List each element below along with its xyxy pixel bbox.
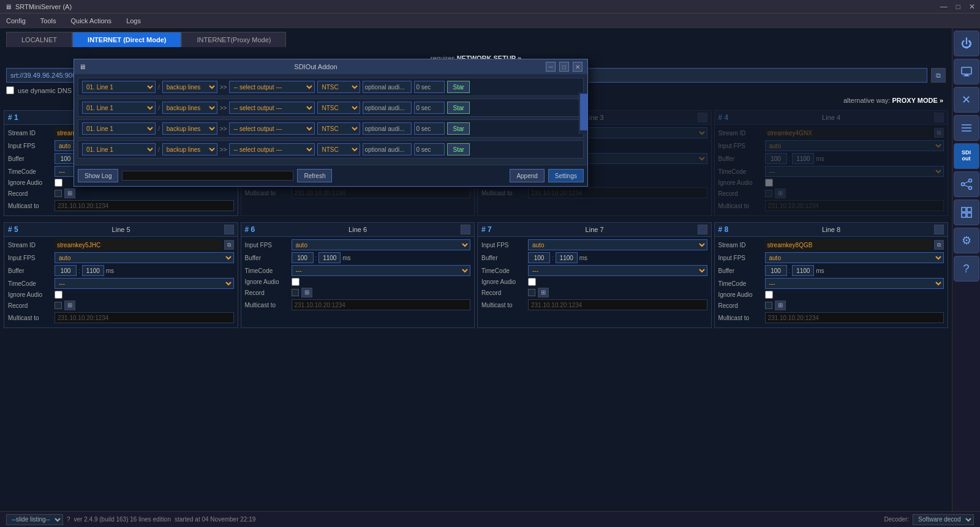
input-fps-8[interactable]: auto (765, 252, 944, 263)
sdi-output-select-1[interactable]: -- select output --- (229, 81, 315, 93)
ignore-audio-check-1[interactable] (55, 179, 62, 187)
minimize-button[interactable]: — (940, 2, 948, 11)
menu-config[interactable]: Config (4, 16, 28, 26)
refresh-button[interactable]: Refresh (297, 169, 332, 182)
sdi-backup-select-4[interactable]: backup lines (162, 143, 217, 155)
record-folder-4[interactable]: ⊞ (775, 189, 786, 198)
dialog-scroll-thumb[interactable] (580, 94, 587, 130)
dialog-maximize[interactable]: □ (559, 62, 569, 72)
list-button[interactable] (954, 115, 979, 141)
append-button[interactable]: Append (510, 169, 544, 182)
sdi-start-btn-1[interactable]: Star (447, 81, 469, 93)
multicast-4[interactable] (765, 200, 944, 211)
cross-button[interactable]: ✕ (954, 87, 979, 113)
multicast-input-1[interactable] (55, 200, 234, 211)
copy-stream-id-5[interactable]: ⧉ (224, 240, 234, 250)
help-button[interactable]: ? (954, 256, 979, 282)
record-folder-1[interactable]: ⊞ (64, 189, 75, 198)
multicast-8[interactable] (765, 312, 944, 323)
menu-quick-actions[interactable]: Quick Actions (68, 16, 114, 26)
multicast-6[interactable] (292, 299, 471, 310)
sdi-time-input-2[interactable] (414, 102, 445, 114)
copy-url-button[interactable]: ⧉ (931, 68, 946, 83)
sdi-backup-select-3[interactable]: backup lines (162, 122, 217, 135)
stream-id-5[interactable] (55, 239, 222, 250)
line-toggle-8[interactable] (934, 225, 944, 234)
sdi-output-select-3[interactable]: -- select output --- (229, 122, 315, 135)
slide-listing-select[interactable]: --slide listing-- (6, 514, 63, 525)
sdi-format-select-1[interactable]: NTSC (317, 81, 360, 93)
settings-button[interactable]: Settings (548, 169, 584, 182)
sdi-line-select-4[interactable]: 01. Line 1 (82, 143, 156, 155)
record-folder-6[interactable]: ⊞ (301, 288, 312, 297)
menu-tools[interactable]: Tools (38, 16, 59, 26)
slide-help-icon[interactable]: ? (67, 516, 70, 523)
buffer1-5[interactable] (55, 265, 77, 276)
sdi-start-btn-3[interactable]: Star (447, 122, 469, 135)
input-fps-6[interactable]: auto (292, 239, 471, 250)
multicast-2[interactable] (292, 187, 471, 198)
sdi-time-input-3[interactable] (414, 122, 445, 135)
multicast-3[interactable] (528, 187, 707, 198)
input-fps-4[interactable]: auto (765, 140, 944, 151)
record-check-4[interactable] (765, 190, 772, 197)
sdi-format-select-3[interactable]: NTSC (317, 122, 360, 135)
multicast-7[interactable] (528, 299, 707, 310)
multicast-5[interactable] (55, 312, 234, 323)
sdi-line-select-3[interactable]: 01. Line 1 (82, 122, 156, 135)
input-fps-5[interactable]: auto (55, 252, 234, 263)
tab-internet-proxy[interactable]: INTERNET(Proxy Mode) (181, 32, 286, 47)
record-check-1[interactable] (55, 190, 62, 197)
timecode-6[interactable]: --- (292, 265, 471, 276)
line-toggle-6[interactable] (461, 225, 470, 234)
timecode-5[interactable]: --- (55, 278, 234, 289)
sdi-audio-input-2[interactable] (363, 102, 412, 114)
dialog-titlebar[interactable]: 🖥 SDIOut Addon ─ □ ✕ (74, 59, 587, 74)
record-check-7[interactable] (528, 289, 535, 296)
sdi-backup-select-1[interactable]: backup lines (162, 81, 217, 93)
copy-stream-id-4[interactable]: ⧉ (934, 128, 944, 138)
sdi-output-select-2[interactable]: -- select output --- (229, 102, 315, 114)
stream-id-4[interactable] (765, 127, 932, 138)
dialog-close[interactable]: ✕ (573, 62, 582, 72)
record-folder-7[interactable]: ⊞ (538, 288, 549, 297)
ignore-audio-6[interactable] (292, 278, 300, 286)
sdi-start-btn-2[interactable]: Star (447, 102, 469, 114)
timecode-4[interactable]: --- (765, 166, 944, 177)
dynamic-dns-checkbox[interactable] (6, 86, 14, 94)
share-button[interactable] (954, 171, 979, 197)
tab-internet-direct[interactable]: INTERNET (Direct Mode) (72, 32, 181, 47)
sdi-audio-input-4[interactable] (363, 143, 412, 155)
line-toggle-4[interactable] (934, 113, 944, 122)
line-toggle-7[interactable] (698, 225, 707, 234)
sdi-backup-select-2[interactable]: backup lines (162, 102, 217, 114)
ignore-audio-5[interactable] (55, 291, 62, 299)
buffer2-5[interactable] (82, 265, 104, 276)
buffer2-8[interactable] (792, 265, 814, 276)
line-toggle-5[interactable] (224, 225, 234, 234)
record-check-6[interactable] (292, 289, 299, 296)
sdi-time-input-1[interactable] (414, 81, 445, 93)
buffer2-7[interactable] (556, 252, 578, 263)
input-fps-7[interactable]: auto (528, 239, 707, 250)
sdi-format-select-4[interactable]: NTSC (317, 143, 360, 155)
timecode-8[interactable]: --- (765, 278, 944, 289)
sdi-time-input-4[interactable] (414, 143, 445, 155)
record-check-5[interactable] (55, 302, 62, 309)
menu-logs[interactable]: Logs (124, 16, 143, 26)
sdi-line-select-1[interactable]: 01. Line 1 (82, 81, 156, 93)
close-button[interactable]: ✕ (969, 2, 975, 11)
ignore-audio-8[interactable] (765, 291, 773, 299)
show-log-button[interactable]: Show Log (78, 169, 118, 182)
dialog-minimize[interactable]: ─ (546, 62, 556, 72)
ignore-audio-4[interactable] (765, 179, 773, 187)
record-folder-8[interactable]: ⊞ (775, 301, 786, 310)
copy-stream-id-8[interactable]: ⧉ (934, 240, 944, 250)
dialog-scrollbar[interactable] (579, 92, 587, 134)
timecode-7[interactable]: --- (528, 265, 707, 276)
sdi-output-select-4[interactable]: -- select output --- (229, 143, 315, 155)
decoder-select[interactable]: Software decod (913, 514, 974, 525)
record-folder-5[interactable]: ⊞ (64, 301, 75, 310)
grid-button[interactable] (954, 200, 979, 225)
buffer1-4[interactable] (765, 153, 787, 164)
